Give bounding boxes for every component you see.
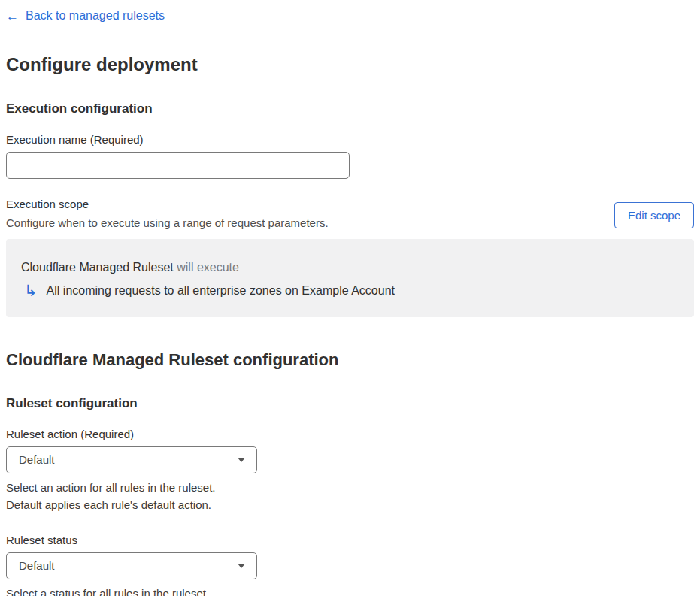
ruleset-action-help-line1: Select an action for all rules in the ru… xyxy=(6,479,694,496)
back-link-label: Back to managed rulesets xyxy=(26,9,165,23)
execution-name-label: Execution name (Required) xyxy=(6,133,694,147)
ruleset-configuration-subheading: Ruleset configuration xyxy=(6,395,694,411)
back-arrow-icon: ← xyxy=(6,10,19,23)
ruleset-status-help-line1: Select a status for all rules in the rul… xyxy=(6,585,694,596)
scope-summary-panel: Cloudflare Managed Ruleset will execute … xyxy=(6,239,694,317)
edit-scope-button[interactable]: Edit scope xyxy=(614,202,694,228)
scope-summary-ruleset-name: Cloudflare Managed Ruleset xyxy=(21,261,174,274)
ruleset-action-label: Ruleset action (Required) xyxy=(6,428,694,441)
execution-name-input[interactable] xyxy=(6,152,350,179)
scope-summary-text: All incoming requests to all enterprise … xyxy=(47,284,395,298)
scope-summary-suffix: will execute xyxy=(174,261,239,274)
execution-scope-label: Execution scope xyxy=(6,198,329,211)
execution-scope-description: Configure when to execute using a range … xyxy=(6,216,329,230)
scope-summary-line2: ↳ All incoming requests to all enterpris… xyxy=(24,283,679,298)
ruleset-status-help: Select a status for all rules in the rul… xyxy=(6,585,694,596)
ruleset-status-select[interactable]: Default xyxy=(6,552,257,579)
ruleset-action-select[interactable]: Default xyxy=(6,446,257,473)
ruleset-action-help: Select an action for all rules in the ru… xyxy=(6,479,694,513)
execution-configuration-heading: Execution configuration xyxy=(6,101,694,116)
ruleset-status-label: Ruleset status xyxy=(6,534,694,547)
scope-summary-line1: Cloudflare Managed Ruleset will execute xyxy=(21,260,679,275)
page-title: Configure deployment xyxy=(6,53,694,76)
ruleset-action-help-line2: Default applies each rule's default acti… xyxy=(6,496,694,513)
execution-scope-row: Execution scope Configure when to execut… xyxy=(6,198,694,230)
chevron-down-icon xyxy=(238,458,245,462)
ruleset-configuration-page-heading: Cloudflare Managed Ruleset configuration xyxy=(6,349,694,371)
execution-scope-text-block: Execution scope Configure when to execut… xyxy=(6,198,329,230)
chevron-down-icon xyxy=(238,564,245,568)
ruleset-status-selected-value: Default xyxy=(19,559,55,572)
ruleset-action-selected-value: Default xyxy=(19,453,55,466)
branch-arrow-icon: ↳ xyxy=(24,283,38,298)
back-to-managed-rulesets-link[interactable]: ← Back to managed rulesets xyxy=(6,9,165,23)
